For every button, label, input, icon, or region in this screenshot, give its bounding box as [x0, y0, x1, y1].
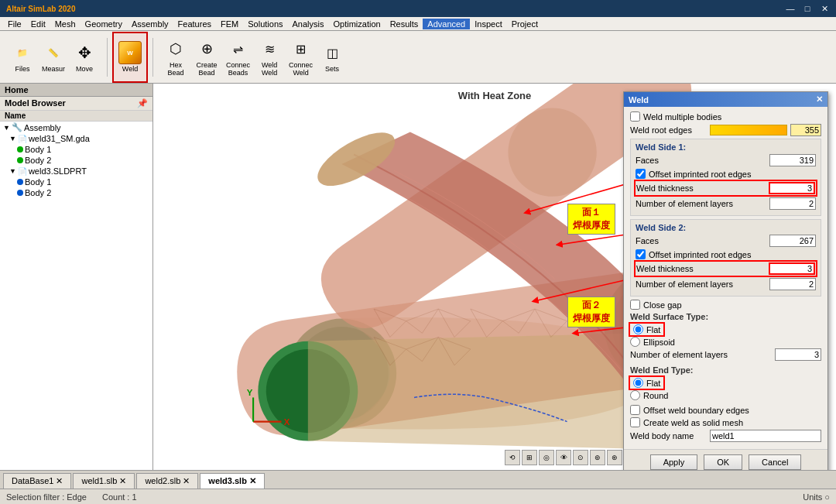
menu-optimization[interactable]: Optimization	[328, 19, 385, 29]
tree-assembly[interactable]: ▼ 🔧 Assembly	[0, 122, 152, 133]
vt-btn-5[interactable]: ⊙	[573, 450, 588, 465]
apply-button[interactable]: Apply	[650, 454, 698, 470]
vt-btn-4[interactable]: 👁	[556, 450, 571, 465]
maximize-btn[interactable]: □	[802, 4, 813, 14]
svg-text:X: X	[284, 417, 290, 427]
side2-thickness-input[interactable]	[769, 262, 815, 275]
end-flat-row: Flat	[630, 377, 663, 389]
side1-offset-row: Offset imprinted root edges	[636, 169, 816, 179]
menu-file[interactable]: File	[3, 19, 26, 29]
end-type-section: Weld End Type: Flat Round	[630, 365, 821, 400]
files-label: Files	[15, 65, 29, 73]
menu-assembly[interactable]: Assembly	[127, 19, 173, 29]
files-icon: 📁	[11, 41, 34, 64]
side2-faces-label: Faces	[636, 236, 766, 245]
surface-layers-input[interactable]	[775, 348, 821, 361]
tree-weld31-label: weld31_SM.gda	[29, 134, 90, 143]
body1-dot-green	[17, 146, 23, 153]
menu-solutions[interactable]: Solutions	[243, 19, 287, 29]
app-logo: Altair SimLab 2020	[6, 5, 75, 13]
offset-boundary-checkbox[interactable]	[630, 405, 640, 415]
vt-btn-7[interactable]: ⊛	[607, 450, 622, 465]
side2-layers-input[interactable]	[769, 278, 816, 290]
move-button[interactable]: ✥ Move	[70, 35, 99, 80]
ok-button[interactable]: OK	[704, 454, 742, 470]
menu-edit[interactable]: Edit	[26, 19, 50, 29]
separator2	[152, 38, 153, 77]
menu-results[interactable]: Results	[385, 19, 423, 29]
close-gap-checkbox[interactable]	[630, 300, 640, 310]
menu-project[interactable]: Project	[507, 19, 543, 29]
side2-faces-input[interactable]	[769, 235, 816, 247]
files-button[interactable]: 📁 Files	[8, 35, 37, 80]
offset-boundary-label: Offset weld boundary edges	[643, 406, 749, 415]
weld-root-edges-input[interactable]	[790, 124, 821, 136]
connectweld-icon: ⊞	[290, 37, 313, 60]
weld-button[interactable]: W Weld	[115, 35, 145, 80]
vt-btn-1[interactable]: ⟲	[505, 450, 520, 465]
side2-thickness-label: Weld thickness	[636, 264, 766, 273]
menu-mesh[interactable]: Mesh	[50, 19, 81, 29]
menu-inspect[interactable]: Inspect	[470, 19, 506, 29]
hexbead-button[interactable]: ⬡ Hex Bead	[161, 35, 190, 80]
end-round-row: Round	[630, 390, 821, 400]
tab-weld3[interactable]: weld3.slb ✕	[200, 473, 265, 489]
hexbead-label: Hex Bead	[168, 61, 184, 77]
surface-layers-row: Number of element layers	[630, 348, 821, 361]
surface-ellipsoid-radio[interactable]	[630, 337, 640, 347]
menu-advanced[interactable]: Advanced	[423, 19, 470, 29]
vt-btn-6[interactable]: ⊚	[590, 450, 605, 465]
weldweld-button[interactable]: ≋ Weld Weld	[255, 35, 284, 80]
end-type-title: Weld End Type:	[630, 365, 821, 375]
menu-fem[interactable]: FEM	[216, 19, 243, 29]
main-area: Home Model Browser 📌 Name ▼ 🔧 Assembly ▼…	[0, 84, 836, 470]
side1-offset-label: Offset imprinted root edges	[649, 170, 751, 179]
menu-features[interactable]: Features	[173, 19, 216, 29]
side1-offset-checkbox[interactable]	[636, 169, 646, 179]
sidebar-model-browser-header: Model Browser 📌	[0, 97, 152, 111]
minimize-btn[interactable]: —	[785, 4, 796, 14]
weld-root-edges-row: Weld root edges	[630, 124, 821, 136]
tree-body2-weld3[interactable]: Body 2	[0, 187, 152, 198]
end-flat-radio[interactable]	[633, 378, 643, 388]
dialog-body: Weld multiple bodies Weld root edges Wel…	[624, 107, 827, 449]
side1-layers-input[interactable]	[769, 197, 816, 210]
viewport[interactable]: With Heat Zone	[153, 84, 836, 470]
side1-faces-row: Faces	[636, 154, 816, 166]
dialog-close-btn[interactable]: ✕	[816, 94, 823, 105]
close-btn[interactable]: ✕	[819, 4, 830, 14]
vt-btn-2[interactable]: ⊞	[522, 450, 537, 465]
weld-label: Weld	[122, 65, 138, 73]
tree-weld3[interactable]: ▼ 📄 weld3.SLDPRT	[0, 166, 152, 177]
menu-analysis[interactable]: Analysis	[288, 19, 329, 29]
measure-button[interactable]: 📏 Measur	[39, 35, 68, 80]
body-name-row: Weld body name	[630, 430, 821, 442]
connectbeads-button[interactable]: ⇌ Connec Beads	[223, 35, 253, 80]
toolbar-group-weld: W Weld	[112, 32, 148, 83]
connectweld-button[interactable]: ⊞ Connec Weld	[286, 35, 316, 80]
cancel-button[interactable]: Cancel	[749, 454, 801, 470]
tree-body1-weld31[interactable]: Body 1	[0, 144, 152, 155]
body-name-input[interactable]	[710, 430, 821, 442]
sidebar-pin-icon[interactable]: 📌	[137, 98, 148, 108]
viewport-label: With Heat Zone	[458, 90, 532, 101]
tree-body1-weld3[interactable]: Body 1	[0, 177, 152, 187]
weld-icon: W	[118, 41, 142, 64]
createbead-button[interactable]: ⊕ Create Bead	[192, 35, 221, 80]
tab-weld1[interactable]: weld1.slb ✕	[73, 473, 135, 489]
tab-database1[interactable]: DataBase1 ✕	[3, 473, 71, 489]
create-solid-checkbox[interactable]	[630, 417, 640, 427]
end-round-radio[interactable]	[630, 390, 640, 400]
sets-button[interactable]: ◫ Sets	[317, 35, 347, 80]
side1-faces-input[interactable]	[769, 154, 816, 166]
side2-offset-checkbox[interactable]	[636, 249, 646, 259]
menu-geometry[interactable]: Geometry	[81, 19, 127, 29]
surface-flat-radio[interactable]	[633, 324, 643, 334]
side1-thickness-input[interactable]	[769, 182, 815, 194]
tree-body2-weld31[interactable]: Body 2	[0, 155, 152, 166]
weld-multiple-bodies-checkbox[interactable]	[630, 111, 640, 122]
tab-weld2[interactable]: weld2.slb ✕	[136, 473, 198, 489]
vt-btn-3[interactable]: ◎	[539, 450, 554, 465]
dialog-footer: Apply OK Cancel	[624, 449, 827, 470]
tree-weld31[interactable]: ▼ 📄 weld31_SM.gda	[0, 133, 152, 144]
